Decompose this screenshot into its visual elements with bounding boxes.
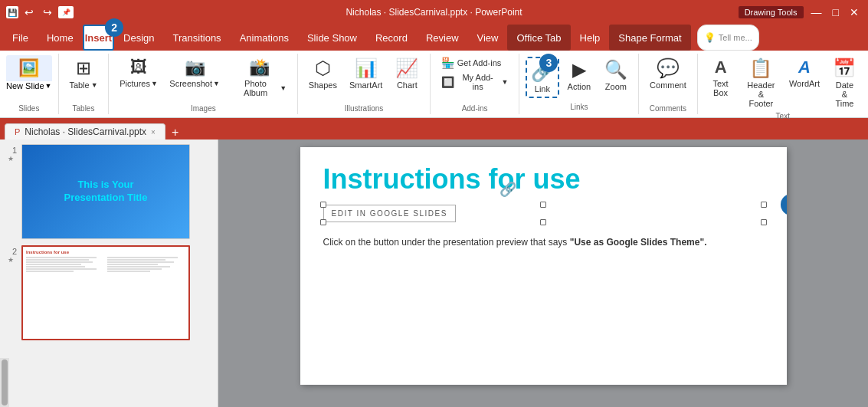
menu-file[interactable]: File [3, 25, 38, 51]
comment-button[interactable]: 💬 Comment [645, 55, 691, 92]
smartart-label: SmartArt [349, 80, 382, 90]
add-tab-button[interactable]: + [167, 126, 183, 139]
ribbon-group-links: 🔗 Link ▶ Action 🔍 Zoom 3 Links [519, 54, 639, 114]
link-overlay-icon: 🔗 [500, 181, 516, 198]
shapes-label: Shapes [309, 80, 337, 90]
doc-tab-label: Nicholas · SlidesCarnival.pptx [25, 126, 146, 137]
menu-record[interactable]: Record [366, 25, 417, 51]
text-box-label: TextBox [712, 79, 728, 97]
slide-item-1[interactable]: 1 ★ This is YourPresentation Title [5, 144, 213, 239]
lightbulb-icon: 💡 [704, 32, 716, 43]
new-slide-icon: 🖼️ [6, 55, 52, 81]
undo-button[interactable]: ↩ [21, 5, 37, 20]
slide-panel: 1 ★ This is YourPresentation Title 2 ★ [0, 139, 218, 407]
close-button[interactable]: ✕ [847, 5, 862, 20]
drawing-tools-badge: Drawing Tools — □ ✕ [739, 5, 862, 20]
handle-br [761, 219, 767, 225]
menu-office-tab[interactable]: Office Tab [507, 25, 570, 51]
datetime-label: Date &Time [832, 80, 857, 108]
redo-button[interactable]: ↪ [40, 5, 55, 20]
text-group-label: Text [776, 112, 790, 120]
step-badge-2: 2 [105, 18, 123, 37]
document-tab[interactable]: P Nicholas · SlidesCarnival.pptx × [5, 123, 165, 139]
slide-scroll[interactable]: 1 ★ This is YourPresentation Title 2 ★ [0, 139, 218, 358]
handle-tl [320, 202, 326, 208]
title-bar: 💾 ↩ ↪ 📌 Nicholas · SlidesCarnival.pptx ·… [0, 0, 868, 25]
images-group-label: Images [191, 104, 216, 113]
menu-review[interactable]: Review [417, 25, 468, 51]
menu-animations[interactable]: Animations [231, 25, 298, 51]
new-slide-label: New Slide ▼ [6, 81, 51, 90]
smartart-icon: 📊 [355, 57, 378, 79]
wordart-button[interactable]: A WordArt [784, 55, 824, 90]
wordart-label: WordArt [789, 79, 820, 88]
chart-icon: 📈 [395, 57, 418, 79]
table-button[interactable]: ⊞ Table ▼ [64, 55, 102, 92]
get-addins-button[interactable]: 🏪 Get Add-ins [437, 55, 513, 71]
slide-canvas-content: Instructions for use EDIT IN GOOGLE SLID… [300, 147, 787, 266]
menu-home[interactable]: Home [38, 25, 83, 51]
table-icon: ⊞ [76, 57, 91, 79]
menu-help[interactable]: Help [571, 25, 610, 51]
ribbon: 🖼️ New Slide ▼ Slides ⊞ Table ▼ Tables 🖼… [0, 51, 868, 118]
photo-album-icon: 📸 [249, 57, 270, 77]
menu-transitions[interactable]: Transitions [164, 25, 231, 51]
slide-thumbnail-1[interactable]: This is YourPresentation Title [21, 144, 190, 239]
addins-group-label: Add-ins [462, 104, 488, 113]
customize-toolbar-icon[interactable]: 📌 [58, 6, 74, 18]
header-footer-label: Header& Footer [745, 80, 778, 108]
screenshot-label: Screenshot ▼ [169, 79, 220, 88]
screenshot-button[interactable]: 📷 Screenshot ▼ [165, 55, 224, 90]
tab-close-button[interactable]: × [151, 128, 156, 136]
smartart-button[interactable]: 📊 SmartArt [345, 55, 387, 92]
my-addins-button[interactable]: 🔲 My Add-ins ▼ [437, 71, 513, 93]
menu-slideshow[interactable]: Slide Show [298, 25, 366, 51]
window-title: Nicholas · SlidesCarnival.pptx · PowerPo… [346, 7, 522, 18]
minimize-button[interactable]: — [808, 5, 825, 20]
handle-tm [540, 202, 546, 208]
action-icon: ▶ [572, 59, 586, 80]
slide-star-2: ★ [8, 256, 14, 264]
tables-group-label: Tables [73, 104, 95, 113]
wordart-icon: A [798, 57, 811, 77]
action-button[interactable]: ▶ Action [562, 57, 596, 94]
canvas-area: 🔗 Instructions for use EDIT IN GOOGLE SL… [218, 139, 868, 407]
shapes-button[interactable]: ⬡ Shapes [304, 55, 342, 92]
comments-group-label: Comments [650, 104, 686, 113]
new-slide-button[interactable]: 🖼️ New Slide ▼ [6, 55, 52, 90]
links-group-label: Links [570, 103, 588, 111]
maximize-button[interactable]: □ [830, 5, 842, 20]
get-addins-label: Get Add-ins [457, 58, 501, 67]
shapes-icon: ⬡ [315, 57, 331, 79]
tell-me-label: Tell me... [719, 33, 752, 42]
ribbon-group-illustrations: ⬡ Shapes 📊 SmartArt 📈 Chart Illustration… [298, 54, 431, 114]
slides-group-label: Slides [18, 104, 39, 113]
header-footer-button[interactable]: 📋 Header& Footer [741, 55, 782, 110]
chart-button[interactable]: 📈 Chart [390, 55, 424, 92]
menu-view[interactable]: View [468, 25, 508, 51]
slide-item-2[interactable]: 2 ★ Instructions for use [5, 245, 213, 340]
my-addins-icon: 🔲 [441, 76, 454, 88]
save-icon[interactable]: 💾 [6, 6, 18, 18]
text-box-button[interactable]: A TextBox [704, 55, 738, 100]
scroll-thumb[interactable] [2, 359, 8, 405]
subtitle-box[interactable]: EDIT IN GOOGLE SLIDES [323, 205, 456, 222]
slide-thumbnail-2[interactable]: Instructions for use [21, 245, 190, 340]
header-footer-icon: 📋 [749, 57, 772, 79]
datetime-button[interactable]: 📅 Date &Time [827, 55, 862, 110]
ribbon-group-tables: ⊞ Table ▼ Tables [59, 54, 110, 114]
slide1-title: This is YourPresentation Title [57, 171, 156, 212]
zoom-button[interactable]: 🔍 Zoom [599, 57, 633, 94]
action-label: Action [568, 82, 591, 91]
pictures-button[interactable]: 🖼 Pictures ▼ [115, 55, 162, 90]
ribbon-group-comments: 💬 Comment Comments [639, 54, 697, 114]
comment-icon: 💬 [657, 57, 680, 79]
menu-insert[interactable]: Insert 2 [83, 25, 114, 51]
photo-album-button[interactable]: 📸 Photo Album ▼ [228, 55, 292, 100]
scroll-bar[interactable] [0, 358, 9, 407]
tab-row: P Nicholas · SlidesCarnival.pptx × + [0, 118, 868, 139]
slide-number-2: 2 [5, 247, 17, 256]
tell-me-field[interactable]: 💡 Tell me... [697, 25, 759, 51]
comment-label: Comment [650, 80, 686, 90]
menu-shape-format[interactable]: Shape Format [609, 25, 690, 51]
